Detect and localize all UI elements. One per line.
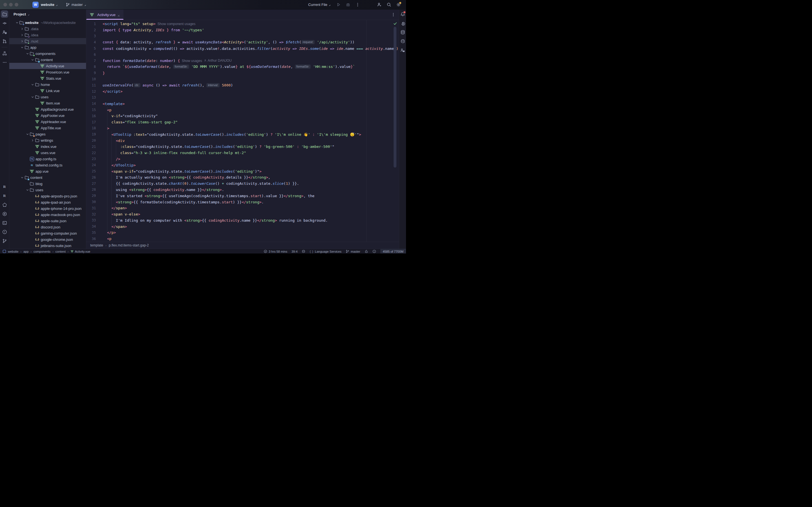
tree-row[interactable]: {…}apple-iphone-14-pro.json <box>9 205 86 212</box>
copilot-status-widget[interactable] <box>302 249 305 253</box>
tree-chevron-icon[interactable] <box>15 20 19 25</box>
tree-row[interactable]: .data <box>9 25 86 32</box>
tree-row[interactable]: AppTitle.vue <box>9 125 86 131</box>
tree-row[interactable]: {…}google-chrome.json <box>9 236 86 242</box>
minimize-window-button[interactable] <box>9 3 13 6</box>
settings-button[interactable] <box>396 2 401 7</box>
debug-button[interactable] <box>346 2 350 7</box>
code-line[interactable]: 17 class="flex items-start gap-2" <box>86 119 399 125</box>
tree-row[interactable]: ▣content <box>9 174 86 180</box>
services-tool-button[interactable] <box>1 210 8 217</box>
file-lock-widget[interactable] <box>364 249 368 253</box>
code-line[interactable]: 15 <p <box>86 107 399 113</box>
code-line[interactable]: 23 /> <box>86 156 399 162</box>
tree-row[interactable]: {…}jetbrains-suite.json <box>9 242 86 249</box>
notifications-button[interactable] <box>399 10 406 18</box>
close-window-button[interactable] <box>3 3 7 6</box>
code-line[interactable]: 6 <box>86 52 399 58</box>
graphql-tool-button[interactable] <box>1 201 8 209</box>
tree-chevron-icon[interactable] <box>31 57 35 62</box>
code-line[interactable]: 30 <strong>{{ formatDate(codingActivity.… <box>86 199 399 205</box>
time-tracker-widget[interactable]: 3 hrs 58 mins <box>264 249 287 253</box>
code-line[interactable]: 14<template> <box>86 101 399 107</box>
tree-chevron-icon[interactable] <box>20 33 24 37</box>
inspections-ok-icon[interactable] <box>393 22 397 25</box>
code-line[interactable]: 28 using <strong>{{ codingActivity.name … <box>86 187 399 193</box>
tree-row[interactable]: uses.vue <box>9 150 86 156</box>
tree-row[interactable]: Stats.vue <box>9 75 86 81</box>
code-line[interactable]: 31 </span> <box>86 205 399 211</box>
copilot-tool-button[interactable] <box>399 38 406 45</box>
database-tool-button[interactable] <box>399 29 406 36</box>
tree-row[interactable]: {…}discord.json <box>9 224 86 230</box>
breadcrumb-item[interactable]: p.flex.md:items-start.gap-2 <box>109 243 149 247</box>
memory-indicator[interactable]: 4585 of 7700M <box>380 249 406 253</box>
code-line[interactable]: 24 </UTooltip> <box>86 162 399 168</box>
code-line[interactable]: 36 <p <box>86 236 399 242</box>
tree-row[interactable]: ≈tailwind.config.ts <box>9 162 86 168</box>
tree-chevron-icon[interactable] <box>20 26 24 31</box>
inspections-widget[interactable] <box>372 249 376 253</box>
code-line[interactable]: 9} <box>86 70 399 76</box>
code-line[interactable]: 29 I've started <strong>{{ useTimeAgo(co… <box>86 193 399 199</box>
search-everywhere-button[interactable] <box>387 2 391 7</box>
code-line[interactable]: 33 I'm Idling on my computer with <stron… <box>86 217 399 224</box>
tree-row[interactable]: AppFooter.vue <box>9 112 86 119</box>
code-line[interactable]: 2import { type Activity, IDEs } from '~~… <box>86 27 399 33</box>
more-actions-button[interactable] <box>355 2 360 7</box>
code-line[interactable]: 32 <span v-else> <box>86 211 399 217</box>
tree-row[interactable]: IJ.idea <box>9 32 86 38</box>
problems-tool-button[interactable] <box>1 228 8 235</box>
code-line[interactable]: 25 <span v-if="codingActivity.state.toLo… <box>86 168 399 174</box>
tree-chevron-icon[interactable] <box>31 82 35 87</box>
tree-row[interactable]: index.vue <box>9 144 86 150</box>
tree-row[interactable]: {…}apple-macbook-pro.json <box>9 212 86 218</box>
code-line[interactable]: 20 <div <box>86 137 399 144</box>
tree-chevron-icon[interactable] <box>25 132 30 136</box>
breadcrumb-item[interactable]: template <box>90 243 103 247</box>
tree-row[interactable]: ◈components <box>9 50 86 57</box>
code-with-me-button[interactable] <box>377 2 382 7</box>
status-path-item[interactable]: app <box>23 250 29 253</box>
git-tool-button[interactable] <box>1 237 8 244</box>
language-services-widget[interactable]: { } Language Services <box>310 250 342 253</box>
tree-row[interactable]: uses <box>9 187 86 193</box>
code-line[interactable]: 18 > <box>86 125 399 131</box>
tree-row[interactable]: ▣content <box>9 57 86 63</box>
code-line[interactable]: 35 </p> <box>86 230 399 236</box>
project-tool-button[interactable] <box>1 10 8 18</box>
tree-row[interactable]: AppHeader.vue <box>9 119 86 125</box>
code-line[interactable]: 26 I'm actually working on <strong>{{ co… <box>86 174 399 180</box>
tree-row[interactable]: ◆pages <box>9 131 86 137</box>
tree-row[interactable]: app.vue <box>9 168 86 174</box>
status-path-item[interactable]: content <box>56 250 66 253</box>
tree-chevron-icon[interactable] <box>25 51 30 56</box>
project-panel-header[interactable]: Project <box>9 10 86 19</box>
code-line[interactable]: 7function formatDate(date: number) { Sho… <box>86 58 399 64</box>
editor-scrollbar[interactable] <box>394 27 396 168</box>
close-tab-icon[interactable] <box>117 13 120 16</box>
caret-position-widget[interactable]: 39:4 <box>292 250 297 253</box>
tree-row[interactable]: ▲.nuxt <box>9 38 86 44</box>
tree-row[interactable]: uses <box>9 94 86 100</box>
code-line[interactable]: 1<script lang="ts" setup> Show component… <box>86 21 399 27</box>
code-line[interactable]: 22 class="h-3 w-3 inline-flex rounded-fu… <box>86 150 399 156</box>
run-button[interactable] <box>336 2 341 7</box>
tree-chevron-icon[interactable] <box>31 95 35 99</box>
r-plugin-tool-button[interactable]: R <box>1 183 8 190</box>
code-line[interactable]: 8 return `${useDateFormat(date, formatSt… <box>86 64 399 70</box>
tree-row[interactable]: {…}apple-airpods-pro.json <box>9 193 86 199</box>
tree-row[interactable]: blog <box>9 180 86 187</box>
tree-chevron-icon[interactable] <box>20 39 24 43</box>
tree-row[interactable]: Link.vue <box>9 88 86 94</box>
tree-row[interactable]: writings <box>9 137 86 144</box>
project-widget[interactable]: website <box>39 3 58 7</box>
tree-row[interactable]: AppBackground.vue <box>9 106 86 112</box>
code-line[interactable]: 10 <box>86 76 399 82</box>
tab-activity-vue[interactable]: Activity.vue <box>86 10 123 20</box>
code-line[interactable]: 3 <box>86 33 399 40</box>
code-line[interactable]: 21 :class="codingActivity.state.toLowerC… <box>86 144 399 150</box>
code-editor[interactable]: 1<script lang="ts" setup> Show component… <box>86 20 399 242</box>
tree-row[interactable]: {…}apple-suite.json <box>9 218 86 224</box>
ai-assistant-button[interactable] <box>399 19 406 27</box>
